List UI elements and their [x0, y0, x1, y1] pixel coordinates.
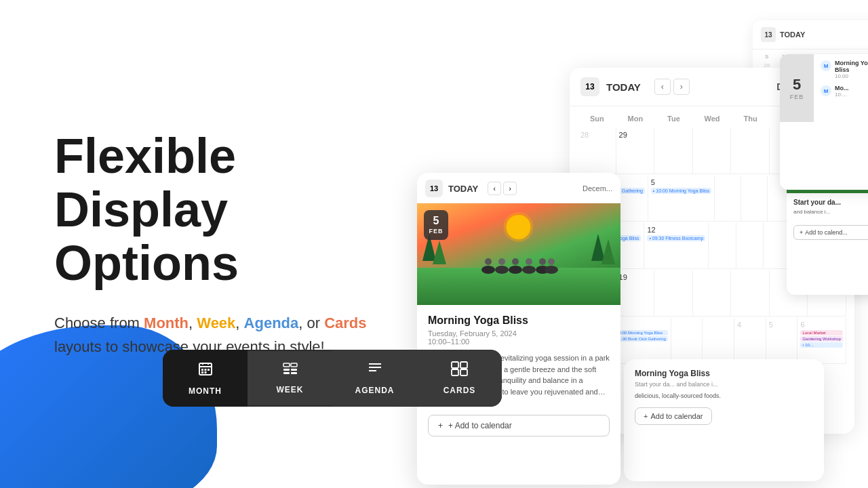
svg-point-39 [548, 258, 555, 265]
today-badge-card: 13 [425, 180, 443, 197]
cal-cell: 5 10:00 Morning Yoga Bliss [648, 176, 715, 222]
event-indicator: M [821, 60, 831, 71]
cards-label: CARDS [443, 386, 476, 395]
plus-icon-2: + [644, 412, 648, 420]
cal-event: Gardening Workshop [800, 336, 843, 342]
next-btn[interactable]: › [503, 182, 517, 195]
cal-cell [654, 128, 693, 174]
svg-point-31 [498, 258, 505, 265]
svg-rect-18 [452, 362, 458, 368]
event-date: Tuesday, February 5, 2024 10:00–11:00 [428, 329, 610, 346]
second-event-meta: Start your da... and balance i... [635, 381, 813, 388]
agenda-month: FEB [790, 94, 804, 100]
svg-rect-21 [460, 369, 467, 375]
second-event-desc: delicious, locally-sourced foods. [635, 392, 813, 401]
svg-point-28 [481, 266, 495, 274]
svg-rect-4 [201, 369, 203, 371]
svg-rect-12 [291, 369, 297, 371]
svg-marker-26 [591, 234, 605, 261]
header-thu: Thu [731, 112, 770, 125]
agenda-date-block: 5 FEB [780, 54, 814, 122]
event-details-2: Mo... 10:... [835, 85, 849, 98]
svg-point-32 [509, 266, 522, 274]
cal-cell [731, 128, 770, 174]
svg-point-37 [539, 258, 546, 265]
cal-cell [654, 270, 693, 317]
event-date-badge: 5 FEB [424, 210, 448, 240]
cal-cell [693, 270, 732, 317]
header-sun: Sun [578, 112, 616, 125]
svg-marker-25 [433, 241, 446, 264]
prev-btn[interactable]: ‹ [488, 182, 501, 195]
cal-cell [715, 176, 741, 222]
event-time-2: 10:... [835, 92, 849, 98]
hero-section: Flexible Display Options Choose from Mon… [0, 0, 420, 488]
cal-cell: 4 [734, 318, 766, 364]
nav-agenda[interactable]: AGENDA [332, 350, 417, 406]
agenda-card-content: 5 FEB M Morning Yoga Bliss 10:00 M Mo...… [780, 54, 868, 122]
cal-cell [703, 318, 734, 364]
svg-rect-13 [283, 372, 290, 374]
nav-month[interactable]: MONTH [163, 350, 248, 407]
svg-rect-19 [460, 362, 467, 368]
cards-icon [451, 361, 469, 380]
right-event-title: Start your da... [793, 199, 868, 206]
svg-point-30 [495, 266, 509, 274]
main-event-card: 13 TODAY ‹ › Decem... [417, 173, 620, 485]
second-add-btn[interactable]: + Add to calendar [635, 407, 712, 425]
svg-rect-5 [204, 369, 206, 371]
svg-rect-8 [204, 371, 206, 373]
agenda-day: 5 [793, 76, 801, 94]
svg-rect-9 [283, 363, 290, 367]
cal-event: Local Market [800, 330, 843, 336]
right-card-content: Start your da... and balance i... [787, 193, 868, 221]
svg-rect-20 [452, 369, 458, 375]
cal-cell: 12 09:30 Fitness Bootcamp [644, 223, 709, 269]
svg-rect-11 [283, 369, 290, 371]
event-title: Morning Yoga Bliss [428, 314, 610, 327]
nav-week[interactable]: WEEK [248, 351, 332, 405]
svg-point-29 [485, 258, 492, 265]
plus-icon-right: + [800, 229, 803, 236]
today-label: TODAY [606, 81, 641, 93]
cal-cell [671, 318, 703, 364]
plus-icon: + [438, 421, 443, 430]
month-navigation: ‹ › [654, 79, 690, 95]
month-icon [197, 361, 214, 381]
svg-point-34 [522, 266, 536, 274]
event-name-2: Mo... [835, 85, 849, 92]
next-month-btn[interactable]: › [673, 79, 690, 95]
event-indicator-2: M [821, 85, 831, 96]
svg-rect-10 [291, 363, 297, 367]
cal-cell [731, 270, 770, 317]
cal-cell: 6 Local Market Gardening Workshop 10:... [797, 318, 846, 364]
svg-point-38 [545, 266, 558, 274]
week-label: WEEK [277, 385, 304, 394]
back-today-label: TODAY [780, 30, 805, 39]
back-cal-header: 13 TODAY [753, 20, 868, 49]
event-name: Morning Yoga Bliss [835, 60, 868, 73]
cal-cell: 29 [616, 128, 655, 174]
agenda-side-card: 5 FEB M Morning Yoga Bliss 10:00 M Mo...… [780, 54, 868, 190]
week-icon [282, 362, 298, 380]
second-event-title: Morning Yoga Bliss [635, 369, 813, 378]
right-event-desc: and balance i... [793, 208, 868, 216]
view-navigation-bar: MONTH WEEK AGENDA [163, 350, 502, 407]
header-mon: Mon [616, 112, 655, 125]
add-to-calendar-btn[interactable]: + + Add to calendar [428, 415, 610, 436]
back-today-badge: 13 [761, 27, 776, 42]
agenda-events: M Morning Yoga Bliss 10:00 M Mo... 10:..… [814, 54, 868, 122]
svg-rect-14 [291, 372, 297, 374]
nav-cards[interactable]: CARDS [417, 350, 502, 406]
cal-cell [741, 176, 768, 222]
cal-cell: 19 [616, 270, 655, 317]
month-label: MONTH [189, 386, 222, 396]
cal-event: 10:... [800, 342, 843, 348]
second-event-card: Morning Yoga Bliss Start your da... and … [624, 359, 824, 481]
page-title: Flexible Display Options [54, 129, 380, 291]
prev-month-btn[interactable]: ‹ [654, 79, 671, 95]
right-add-btn[interactable]: + Add to calend... [793, 225, 868, 240]
agenda-event-item: M Morning Yoga Bliss 10:00 [821, 60, 868, 79]
header-wed: Wed [693, 112, 732, 125]
header-tue: Tue [654, 112, 693, 125]
